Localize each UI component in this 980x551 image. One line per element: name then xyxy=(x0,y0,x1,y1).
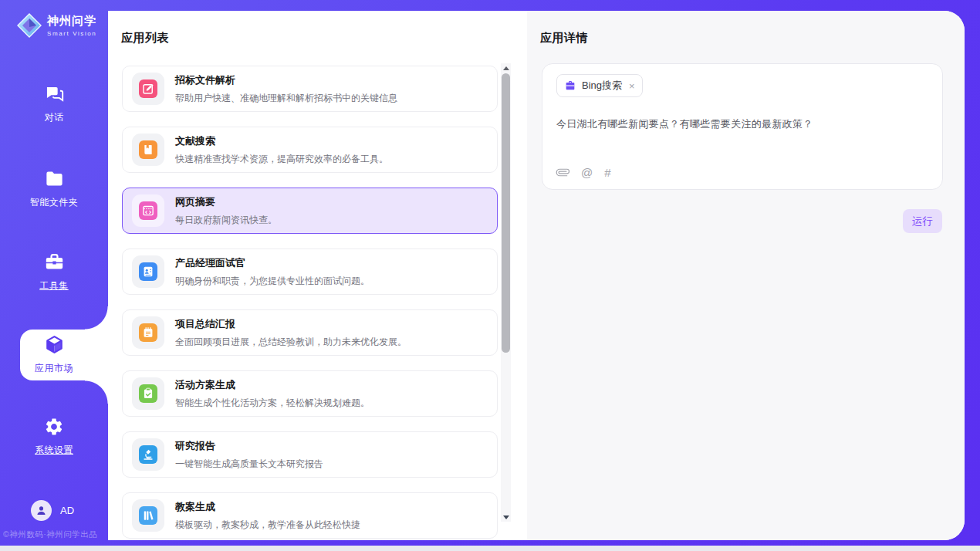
app-title: 产品经理面试官 xyxy=(175,256,370,270)
toolbox-icon xyxy=(44,252,65,272)
app-list-scrollbar[interactable] xyxy=(501,63,511,522)
brand-diamond-icon xyxy=(15,12,43,39)
sidebar-item-smart-folder[interactable]: 智能文件夹 xyxy=(0,168,108,209)
notepad-icon xyxy=(139,323,157,342)
user-avatar-icon xyxy=(31,500,52,521)
sidebar: 神州问学 Smart Vision AD ©神州数码·神州问学出品 对话智能文件… xyxy=(0,0,108,551)
scroll-up-arrow-icon[interactable] xyxy=(501,63,511,73)
app-list-item[interactable]: 招标文件解析帮助用户快速、准确地理解和解析招标书中的关键信息 xyxy=(122,66,498,112)
tool-tag-bing-search[interactable]: Bing搜索 × xyxy=(556,74,643,97)
app-desc: 帮助用户快速、准确地理解和解析招标书中的关键信息 xyxy=(175,92,397,105)
tool-tag-label: Bing搜索 xyxy=(582,79,622,93)
app-title: 网页摘要 xyxy=(175,195,277,209)
app-desc: 明确身份和职责，为您提供专业性的面试问题。 xyxy=(175,275,370,288)
app-list-panel: 应用列表 招标文件解析帮助用户快速、准确地理解和解析招标书中的关键信息文献搜索快… xyxy=(108,11,527,540)
app-desc: 快速精准查找学术资源，提高研究效率的必备工具。 xyxy=(175,153,388,166)
microscope-icon xyxy=(139,445,157,464)
app-list-title: 应用列表 xyxy=(121,31,169,46)
app-list-item[interactable]: 研究报告一键智能生成高质量长文本研究报告 xyxy=(122,431,498,478)
prompt-card: Bing搜索 × 今日湖北有哪些新闻要点？有哪些需要关注的最新政策？ @ # xyxy=(542,63,943,190)
app-title: 研究报告 xyxy=(175,439,323,453)
edit-document-icon xyxy=(139,79,157,98)
brand-logo: 神州问学 Smart Vision xyxy=(15,12,96,39)
browser-code-icon xyxy=(139,201,157,220)
app-desc: 一键智能生成高质量长文本研究报告 xyxy=(175,458,323,471)
app-title: 文献搜索 xyxy=(175,134,388,148)
app-icon-container xyxy=(132,499,164,532)
sidebar-item-label: 工具集 xyxy=(0,279,108,292)
sidebar-item-chat[interactable]: 对话 xyxy=(0,83,108,124)
clipboard-check-icon xyxy=(139,384,157,403)
folder-icon xyxy=(44,168,65,189)
copyright-footer: ©神州数码·神州问学出品 xyxy=(3,529,127,540)
sidebar-item-label: 智能文件夹 xyxy=(0,196,108,209)
brand-subtitle: Smart Vision xyxy=(47,30,96,37)
app-desc: 模板驱动，教案秒成，教学准备从此轻松快捷 xyxy=(175,519,360,532)
app-title: 教案生成 xyxy=(175,500,360,514)
main-content-card: 应用列表 招标文件解析帮助用户快速、准确地理解和解析招标书中的关键信息文献搜索快… xyxy=(108,11,965,540)
app-icon-container xyxy=(132,73,164,105)
app-detail-panel: 应用详情 Bing搜索 × 今日湖北有哪些新闻要点？有哪些需要关注的最新政策？ xyxy=(527,11,965,540)
sidebar-item-label: 对话 xyxy=(0,111,108,124)
app-detail-title: 应用详情 xyxy=(540,31,588,46)
at-sign-icon[interactable]: @ xyxy=(581,166,593,179)
hash-icon[interactable]: # xyxy=(604,166,610,179)
sidebar-item-label: 应用市场 xyxy=(0,362,108,375)
app-title: 项目总结汇报 xyxy=(175,317,407,331)
run-button[interactable]: 运行 xyxy=(903,209,942,233)
interviewer-icon xyxy=(139,262,157,281)
bottom-edge-strip xyxy=(0,546,980,551)
cube-icon xyxy=(44,334,65,355)
user-account[interactable]: AD xyxy=(31,500,74,521)
briefcase-icon xyxy=(564,79,576,92)
app-list-item[interactable]: 产品经理面试官明确身份和职责，为您提供专业性的面试问题。 xyxy=(122,248,498,295)
app-icon-container xyxy=(132,194,164,227)
brand-name: 神州问学 xyxy=(47,14,96,29)
scrollbar-thumb[interactable] xyxy=(502,73,510,353)
sidebar-item-app-market[interactable]: 应用市场 xyxy=(0,334,108,375)
sidebar-item-label: 系统设置 xyxy=(0,444,108,457)
user-initials: AD xyxy=(60,505,74,516)
books-icon xyxy=(139,506,157,525)
app-icon-container xyxy=(132,438,164,471)
app-icon-container xyxy=(132,134,164,166)
app-title: 招标文件解析 xyxy=(175,73,397,87)
app-title: 活动方案生成 xyxy=(175,378,370,392)
sidebar-item-settings[interactable]: 系统设置 xyxy=(0,417,108,457)
sidebar-item-toolset[interactable]: 工具集 xyxy=(0,252,108,292)
app-list-item[interactable]: 项目总结汇报全面回顾项目进展，总结经验教训，助力未来优化发展。 xyxy=(122,309,498,356)
app-desc: 全面回顾项目进展，总结经验教训，助力未来优化发展。 xyxy=(175,336,407,349)
app-list-item[interactable]: 活动方案生成智能生成个性化活动方案，轻松解决规划难题。 xyxy=(122,370,498,417)
book-icon xyxy=(139,140,157,159)
paperclip-icon[interactable] xyxy=(553,163,572,181)
scroll-down-arrow-icon[interactable] xyxy=(501,512,511,522)
app-icon-container xyxy=(132,316,164,349)
app-icon-container xyxy=(132,377,164,410)
app-list-item[interactable]: 教案生成模板驱动，教案秒成，教学准备从此轻松快捷 xyxy=(122,492,498,539)
app-desc: 每日政府新闻资讯快查。 xyxy=(175,214,277,227)
app-list-item[interactable]: 文献搜索快速精准查找学术资源，提高研究效率的必备工具。 xyxy=(122,127,498,173)
app-desc: 智能生成个性化活动方案，轻松解决规划难题。 xyxy=(175,397,370,410)
app-icon-container xyxy=(132,255,164,288)
chat-icon xyxy=(44,83,65,104)
tag-close-icon[interactable]: × xyxy=(629,81,635,91)
prompt-input[interactable]: 今日湖北有哪些新闻要点？有哪些需要关注的最新政策？ xyxy=(556,117,928,131)
app-list-item[interactable]: 网页摘要每日政府新闻资讯快查。 xyxy=(122,188,498,234)
gear-icon xyxy=(44,417,64,437)
